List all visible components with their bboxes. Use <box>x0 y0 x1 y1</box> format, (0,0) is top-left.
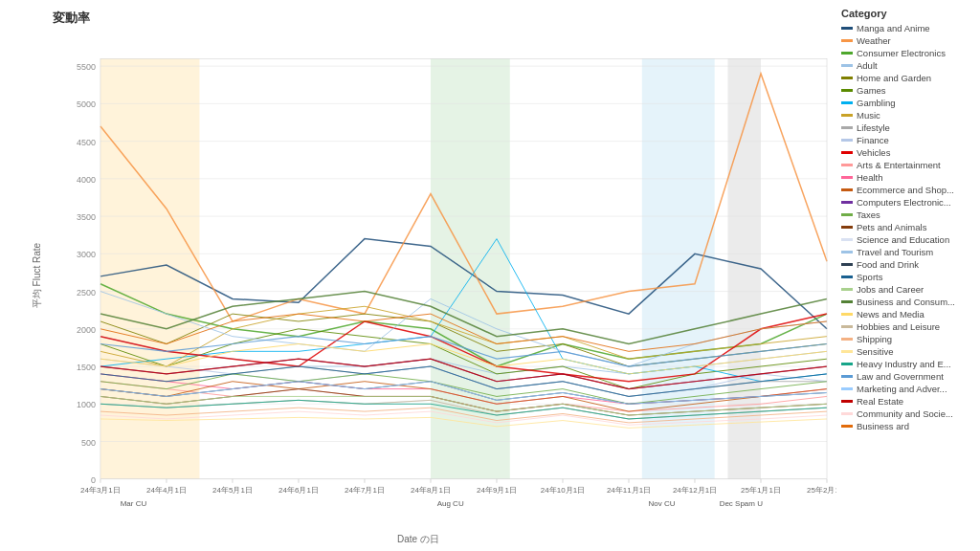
chart-title: 変動率 <box>53 10 836 27</box>
legend-item: Real Estate <box>841 396 975 407</box>
legend-item: Finance <box>841 135 975 145</box>
svg-text:2500: 2500 <box>77 288 96 298</box>
legend-item: Sensitive <box>841 346 975 357</box>
legend-item: Marketing and Adver... <box>841 384 975 394</box>
svg-text:25年1月1日: 25年1月1日 <box>741 486 781 495</box>
legend-item: Home and Garden <box>841 73 975 83</box>
legend-item: Law and Government <box>841 371 975 382</box>
legend-item: Food and Drink <box>841 259 975 270</box>
legend-item: Community and Socie... <box>841 408 975 419</box>
svg-text:24年9月1日: 24年9月1日 <box>477 486 517 495</box>
svg-text:Nov CU: Nov CU <box>649 499 676 508</box>
legend-item: Pets and Animals <box>841 222 975 232</box>
legend-title: Category <box>841 8 975 19</box>
svg-text:25年2月1日: 25年2月1日 <box>807 486 836 495</box>
legend-item: Arts & Entertainment <box>841 160 975 170</box>
legend-item: Gambling <box>841 98 975 108</box>
svg-rect-1 <box>431 58 510 478</box>
svg-text:24年11月1日: 24年11月1日 <box>607 486 651 495</box>
legend-item: Adult <box>841 60 975 71</box>
legend-item: Health <box>841 172 975 183</box>
svg-text:3500: 3500 <box>77 212 96 222</box>
legend-item: Consumer Electronics <box>841 48 975 58</box>
svg-text:24年12月1日: 24年12月1日 <box>673 486 717 495</box>
legend-item: Weather <box>841 35 975 46</box>
svg-text:500: 500 <box>81 438 96 448</box>
legend-item: Heavy Industry and E... <box>841 359 975 369</box>
svg-text:24年5月1日: 24年5月1日 <box>212 486 253 495</box>
svg-text:24年3月1日: 24年3月1日 <box>80 486 121 495</box>
line-chart: 0500100015002000250030003500400045005000… <box>53 32 836 535</box>
legend-item: Business ard <box>841 421 975 431</box>
svg-text:5000: 5000 <box>77 99 96 109</box>
legend-item: Science and Education <box>841 234 975 245</box>
svg-text:24年6月1日: 24年6月1日 <box>278 486 319 495</box>
legend-item: Travel and Tourism <box>841 247 975 257</box>
svg-text:24年10月1日: 24年10月1日 <box>541 486 585 495</box>
legend-item: Taxes <box>841 209 975 220</box>
svg-text:Dec Spam U: Dec Spam U <box>720 499 763 508</box>
svg-text:Aug CU: Aug CU <box>437 499 464 508</box>
svg-text:24年8月1日: 24年8月1日 <box>411 486 451 495</box>
svg-text:0: 0 <box>91 475 96 485</box>
legend-container: Manga and AnimeWeatherConsumer Electroni… <box>841 23 975 433</box>
svg-text:4500: 4500 <box>77 138 96 147</box>
legend-item: News and Media <box>841 309 975 320</box>
legend-item: Shipping <box>841 334 975 344</box>
svg-text:2000: 2000 <box>77 325 96 335</box>
svg-text:1000: 1000 <box>77 400 96 409</box>
x-axis-label: Date の日 <box>397 533 439 546</box>
y-axis-label: 平均 Fluct Rate <box>31 243 44 308</box>
svg-text:24年4月1日: 24年4月1日 <box>146 486 187 495</box>
svg-text:5500: 5500 <box>77 62 96 72</box>
legend-item: Business and Consum... <box>841 297 975 307</box>
svg-text:Mar CU: Mar CU <box>121 499 147 508</box>
legend-item: Vehicles <box>841 147 975 158</box>
svg-text:24年7月1日: 24年7月1日 <box>345 486 385 495</box>
main-container: 変動率 平均 Fluct Rate Date の日 05001000150020… <box>0 0 980 551</box>
legend-item: Hobbies and Leisure <box>841 321 975 332</box>
legend-area: Category Manga and AnimeWeatherConsumer … <box>836 0 980 551</box>
legend-item: Lifestyle <box>841 122 975 133</box>
chart-area: 変動率 平均 Fluct Rate Date の日 05001000150020… <box>0 0 836 551</box>
legend-item: Jobs and Career <box>841 284 975 295</box>
legend-item: Computers Electronic... <box>841 197 975 208</box>
legend-item: Sports <box>841 272 975 282</box>
svg-text:3000: 3000 <box>77 250 96 259</box>
legend-item: Music <box>841 110 975 121</box>
svg-text:1500: 1500 <box>77 363 96 372</box>
legend-item: Games <box>841 85 975 96</box>
legend-item: Manga and Anime <box>841 23 975 33</box>
legend-item: Ecommerce and Shop... <box>841 185 975 195</box>
svg-text:4000: 4000 <box>77 175 96 185</box>
